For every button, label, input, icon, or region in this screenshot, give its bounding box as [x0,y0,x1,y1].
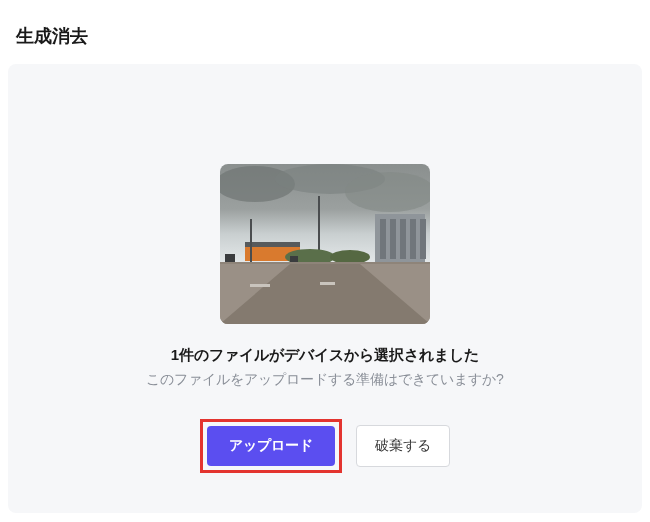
svg-rect-21 [225,254,235,262]
file-preview-image [220,164,430,324]
svg-rect-13 [250,219,252,264]
svg-rect-9 [420,219,426,259]
upload-button[interactable]: アップロード [207,426,335,466]
svg-rect-6 [390,219,396,259]
button-row: アップロード 破棄する [200,419,450,473]
svg-rect-7 [400,219,406,259]
svg-rect-11 [245,242,300,247]
svg-rect-5 [380,219,386,259]
svg-rect-20 [320,282,335,285]
svg-rect-22 [290,256,298,262]
svg-rect-19 [250,284,270,287]
svg-point-15 [330,250,370,264]
file-prompt-text: このファイルをアップロードする準備はできていますか? [146,371,504,389]
upload-button-highlight: アップロード [200,419,342,473]
discard-button[interactable]: 破棄する [356,425,450,467]
page-title: 生成消去 [0,0,650,64]
svg-rect-8 [410,219,416,259]
upload-card: 1件のファイルがデバイスから選択されました このファイルをアップロードする準備は… [8,64,642,513]
file-status-text: 1件のファイルがデバイスから選択されました [171,346,479,365]
